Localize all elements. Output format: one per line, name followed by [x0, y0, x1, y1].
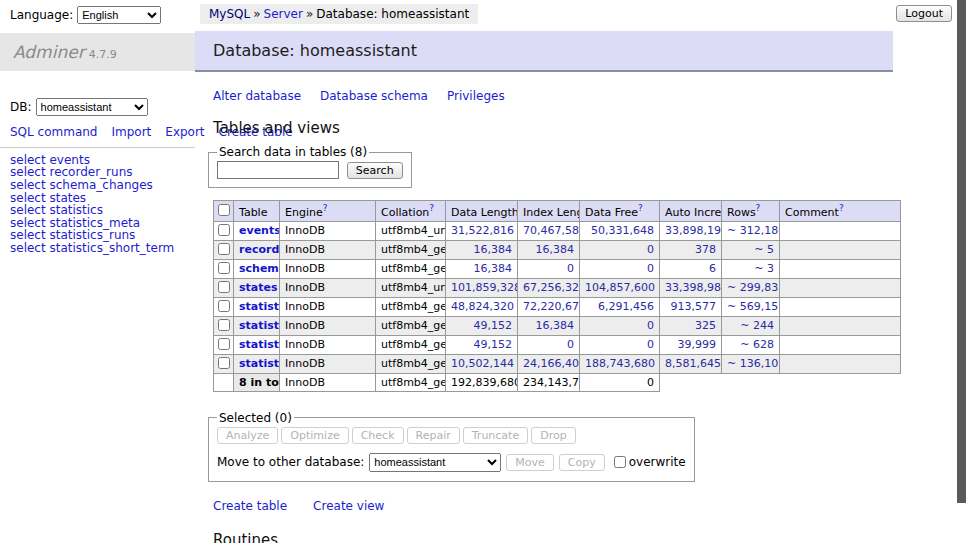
- column-header: Index Length?: [518, 201, 580, 222]
- table-name-link[interactable]: statistics_short_term: [239, 357, 280, 370]
- sidebar-action-link[interactable]: SQL command: [10, 125, 97, 139]
- overwrite-checkbox[interactable]: [614, 456, 626, 468]
- sidebar-select-table-link[interactable]: select statistics_short_term: [10, 242, 195, 255]
- data-length-cell: 49,152: [446, 335, 518, 354]
- column-help-link[interactable]: ?: [756, 203, 761, 213]
- app-logo-name[interactable]: Adminer: [13, 42, 85, 62]
- table-name-link[interactable]: events: [239, 224, 280, 237]
- column-help-link[interactable]: ?: [638, 203, 643, 213]
- data-length-cell: 16,384: [446, 240, 518, 259]
- search-button[interactable]: Search: [347, 162, 403, 179]
- index-length-cell: 0: [518, 335, 580, 354]
- table-row: statistics_runs InnoDB utf8mb4_general_c…: [214, 335, 901, 354]
- column-header-label: Collation: [381, 206, 429, 219]
- move-action-button[interactable]: Copy: [559, 454, 605, 471]
- database-action-link[interactable]: Privileges: [447, 89, 505, 103]
- db-select-row: DB:homeassistant: [10, 98, 195, 116]
- database-action-link[interactable]: Database schema: [320, 89, 428, 103]
- row-checkbox[interactable]: [218, 338, 230, 350]
- table-name-link[interactable]: statistics_runs: [239, 338, 280, 351]
- table-name-link[interactable]: statistics_meta: [239, 319, 280, 332]
- table-row: states InnoDB utf8mb4_unicode_ci 101,859…: [214, 278, 901, 297]
- column-header-label: Index Length: [523, 206, 580, 219]
- row-checkbox[interactable]: [218, 357, 230, 369]
- index-length-cell: 0: [518, 259, 580, 278]
- column-header: Collation?: [376, 201, 446, 222]
- app-logo: Adminer4.7.9: [0, 33, 195, 71]
- engine-cell: InnoDB: [280, 259, 376, 278]
- comment-cell: [780, 221, 901, 240]
- sidebar-select-table-link[interactable]: select schema_changes: [10, 179, 195, 192]
- engine-cell: InnoDB: [280, 297, 376, 316]
- create-links: Create tableCreate view: [213, 499, 956, 513]
- rows-cell: ~ 5: [722, 240, 780, 259]
- vertical-scrollbar[interactable]: [956, 0, 966, 543]
- selected-action-button[interactable]: Analyze: [217, 427, 278, 444]
- engine-cell: InnoDB: [280, 240, 376, 259]
- logout-button[interactable]: Logout: [896, 5, 952, 22]
- comment-cell: [780, 354, 901, 373]
- sidebar-action-link[interactable]: Import: [111, 125, 151, 139]
- column-help-link[interactable]: ?: [323, 203, 328, 213]
- move-row: Move to other database: homeassistant Mo…: [217, 453, 686, 472]
- selected-legend: Selected (0): [217, 411, 294, 425]
- table-header-row: TableEngine?Collation?Data Length?Index …: [214, 201, 901, 222]
- move-database-select[interactable]: homeassistant: [369, 453, 501, 472]
- collation-cell: utf8mb4_general_ci: [376, 259, 446, 278]
- tables-overview: TableEngine?Collation?Data Length?Index …: [213, 200, 901, 392]
- comment-cell: [780, 240, 901, 259]
- selected-action-button[interactable]: Check: [352, 427, 404, 444]
- rows-cell: ~ 136,108: [722, 354, 780, 373]
- db-select[interactable]: homeassistant: [36, 98, 148, 116]
- collation-cell: utf8mb4_general_ci: [376, 335, 446, 354]
- engine-cell: InnoDB: [280, 335, 376, 354]
- table-row: recorder_runs InnoDB utf8mb4_general_ci …: [214, 240, 901, 259]
- sidebar-select-table-link[interactable]: select statistics: [10, 204, 195, 217]
- comment-cell: [780, 335, 901, 354]
- table-total-row: 8 in total InnoDB utf8mb4_general_ci 192…: [214, 373, 901, 391]
- table-name-link[interactable]: recorder_runs: [239, 243, 280, 256]
- row-checkbox[interactable]: [218, 281, 230, 293]
- page-title: Database: homeassistant: [195, 31, 893, 72]
- table-name-link[interactable]: schema_changes: [239, 262, 280, 275]
- create-link[interactable]: Create table: [213, 499, 287, 513]
- collation-cell: utf8mb4_general_ci: [376, 354, 446, 373]
- selected-action-button[interactable]: Repair: [407, 427, 460, 444]
- search-input[interactable]: [217, 161, 339, 179]
- select-all-checkbox[interactable]: [218, 204, 230, 216]
- breadcrumb-current: Database: homeassistant: [316, 7, 469, 21]
- selected-action-button[interactable]: Drop: [531, 427, 575, 444]
- search-legend: Search data in tables (8): [217, 145, 369, 159]
- scrollbar-thumb[interactable]: [957, 0, 966, 503]
- row-checkbox[interactable]: [218, 300, 230, 312]
- app-version: 4.7.9: [89, 48, 117, 61]
- row-checkbox[interactable]: [218, 262, 230, 274]
- selected-action-button[interactable]: Optimize: [281, 427, 348, 444]
- overwrite-label: overwrite: [629, 455, 686, 469]
- move-action-button[interactable]: Move: [506, 454, 554, 471]
- language-select[interactable]: English: [77, 6, 161, 24]
- row-checkbox[interactable]: [218, 243, 230, 255]
- column-help-link[interactable]: ?: [839, 203, 844, 213]
- data-free-cell: 104,857,600: [580, 278, 660, 297]
- database-action-link[interactable]: Alter database: [213, 89, 301, 103]
- header-checkbox-cell: [214, 201, 234, 222]
- column-help-link[interactable]: ?: [429, 203, 434, 213]
- total-engine: InnoDB: [280, 373, 376, 391]
- table-name-link[interactable]: states: [239, 281, 278, 294]
- sidebar-table-links: select eventsselect recorder_runsselect …: [0, 154, 195, 255]
- comment-cell: [780, 278, 901, 297]
- create-link[interactable]: Create view: [313, 499, 384, 513]
- row-checkbox[interactable]: [218, 319, 230, 331]
- row-checkbox[interactable]: [218, 224, 230, 236]
- selected-action-button[interactable]: Truncate: [463, 427, 528, 444]
- breadcrumb-server-link[interactable]: Server: [264, 7, 303, 21]
- column-header: Engine?: [280, 201, 376, 222]
- breadcrumb-mysql-link[interactable]: MySQL: [209, 7, 250, 21]
- data-free-cell: 6,291,456: [580, 297, 660, 316]
- language-label: Language:: [10, 8, 73, 22]
- table-name-link[interactable]: statistics: [239, 300, 280, 313]
- selected-buttons: AnalyzeOptimizeCheckRepairTruncateDrop: [217, 427, 686, 444]
- sidebar-actions: SQL commandImportExportCreate table: [10, 126, 178, 140]
- data-length-cell: 101,859,328: [446, 278, 518, 297]
